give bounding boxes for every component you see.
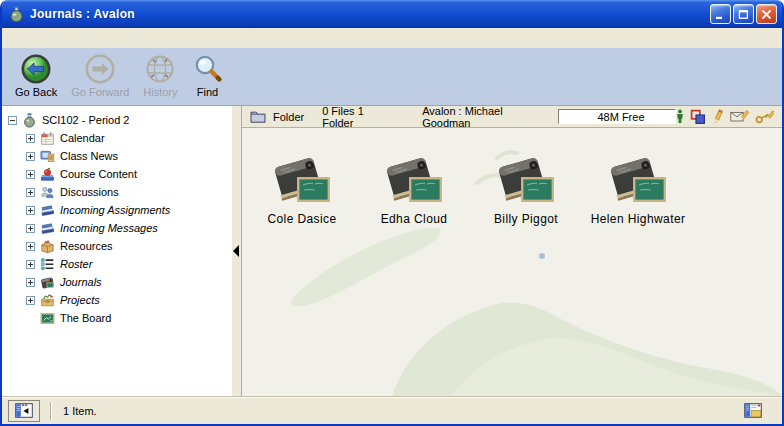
pencil-icon[interactable]: [712, 109, 724, 125]
app-flask-icon: [8, 6, 25, 23]
menu-item[interactable]: [58, 36, 76, 40]
tree-item[interactable]: SCI102 - Period 2: [2, 111, 232, 129]
tree-item-icon: [40, 275, 55, 290]
tree-expander-icon[interactable]: [26, 296, 35, 305]
toolbar-button-icon: [20, 52, 52, 86]
course-tree-panel: SCI102 - Period 2 Calendar Class News Co…: [2, 106, 232, 396]
tree-expander-icon[interactable]: [26, 278, 35, 287]
tree-item-icon: [22, 113, 37, 128]
tree-item-icon: [40, 185, 55, 200]
compose-mail-icon[interactable]: [730, 109, 749, 124]
toolbar-button-label: Go Back: [15, 86, 57, 98]
tree-expander-icon[interactable]: [26, 170, 35, 179]
tree-item-icon: [40, 203, 55, 218]
window-controls: [708, 4, 777, 24]
tree-item[interactable]: Incoming Messages: [2, 219, 232, 237]
tree-item-label: Class News: [60, 150, 118, 162]
panel-splitter[interactable]: [232, 106, 242, 396]
tree-expander-icon[interactable]: [26, 152, 35, 161]
tree-expander-icon[interactable]: [26, 242, 35, 251]
tree-item[interactable]: Roster: [2, 255, 232, 273]
tree-item[interactable]: Journals: [2, 273, 232, 291]
tree-expander-icon[interactable]: [8, 116, 17, 125]
collapse-panel-icon: [15, 403, 33, 418]
folder-icon: [250, 110, 266, 123]
toolbar-button-label: History: [143, 86, 177, 98]
tree-item-label: SCI102 - Period 2: [42, 114, 129, 126]
menu-item[interactable]: [40, 36, 58, 40]
toolbar-button[interactable]: Go Forward: [64, 52, 136, 98]
minimize-button[interactable]: [710, 4, 731, 24]
tree-item-label: Calendar: [60, 132, 105, 144]
close-button[interactable]: [756, 4, 777, 24]
journal-item[interactable]: Edha Cloud: [358, 150, 470, 226]
menu-item[interactable]: [22, 36, 40, 40]
tree-item[interactable]: Resources: [2, 237, 232, 255]
tree-item[interactable]: Class News: [2, 147, 232, 165]
tree-item-label: Incoming Messages: [60, 222, 158, 234]
layout-toggle-button[interactable]: [744, 403, 762, 418]
tree-item-icon: [40, 221, 55, 236]
journal-item[interactable]: Billy Piggot: [470, 150, 582, 226]
account-label: Avalon : Michael Goodman: [422, 105, 544, 129]
tree-item[interactable]: Calendar: [2, 129, 232, 147]
collapse-panel-button[interactable]: [8, 400, 40, 422]
tree-expander-icon[interactable]: [26, 224, 35, 233]
tree-item[interactable]: Discussions: [2, 183, 232, 201]
copy-icon[interactable]: [690, 109, 706, 125]
tree-item-icon: [40, 167, 55, 182]
toolbar: Go Back Go Forward History Find: [2, 48, 782, 106]
menu-item[interactable]: [112, 36, 130, 40]
tree-item-label: Incoming Assignments: [60, 204, 170, 216]
tree-item[interactable]: The Board: [2, 309, 232, 327]
journal-item-label: Edha Cloud: [381, 212, 448, 226]
menu-item[interactable]: [76, 36, 94, 40]
key-pencil-icon[interactable]: [755, 110, 774, 124]
tree-item-label: Course Content: [60, 168, 137, 180]
journal-book-icon: [271, 150, 333, 210]
tree-item-icon: [40, 293, 55, 308]
toolbar-button-icon: [143, 52, 177, 86]
status-divider: [50, 402, 51, 420]
toolbar-button[interactable]: History: [136, 52, 184, 98]
tree-item-label: Roster: [60, 258, 92, 270]
tree-item-icon: [40, 149, 55, 164]
tree-item-label: The Board: [60, 312, 111, 324]
journal-item[interactable]: Helen Highwater: [582, 150, 694, 226]
maximize-button[interactable]: [733, 4, 754, 24]
user-icon[interactable]: [676, 109, 684, 124]
toolbar-button[interactable]: Find: [185, 52, 231, 98]
free-space-label: 48M Free: [597, 111, 644, 123]
toolbar-button-icon: [84, 52, 116, 86]
free-space-gauge: 48M Free: [558, 109, 676, 124]
journal-book-icon: [495, 150, 557, 210]
status-bar: 1 Item.: [2, 396, 782, 424]
tree-expander-icon[interactable]: [26, 260, 35, 269]
tree-item[interactable]: Projects: [2, 291, 232, 309]
journal-book-icon: [607, 150, 669, 210]
window-title: Journals : Avalon: [30, 7, 708, 21]
toolbar-buttons: Go Back Go Forward History Find: [8, 52, 231, 98]
title-bar[interactable]: Journals : Avalon: [2, 0, 782, 28]
content-area: SCI102 - Period 2 Calendar Class News Co…: [2, 106, 782, 396]
menu-item[interactable]: [4, 36, 22, 40]
journal-item[interactable]: Cole Dasice: [246, 150, 358, 226]
tree-item[interactable]: Incoming Assignments: [2, 201, 232, 219]
tree-expander-icon[interactable]: [26, 134, 35, 143]
journal-book-icon: [383, 150, 445, 210]
layout-toggle-icon: [744, 403, 762, 418]
toolbar-button[interactable]: Go Back: [8, 52, 64, 98]
header-action-icons: [676, 109, 774, 125]
collapse-panel-arrow-icon[interactable]: [233, 245, 239, 257]
app-window: Journals : Avalon Go Back Go Forward: [0, 0, 784, 426]
tree-item-icon: [40, 311, 55, 326]
tree-expander-icon[interactable]: [26, 188, 35, 197]
tree-item-label: Resources: [60, 240, 113, 252]
tree-expander-icon[interactable]: [26, 206, 35, 215]
tree-item-icon: [40, 131, 55, 146]
journal-list-panel[interactable]: Cole Dasice Edha Cloud Billy Piggot Hele…: [242, 128, 782, 396]
menu-item[interactable]: [94, 36, 112, 40]
tree-item[interactable]: Course Content: [2, 165, 232, 183]
folder-type-label: Folder: [273, 111, 304, 123]
tree-item-icon: [40, 257, 55, 272]
